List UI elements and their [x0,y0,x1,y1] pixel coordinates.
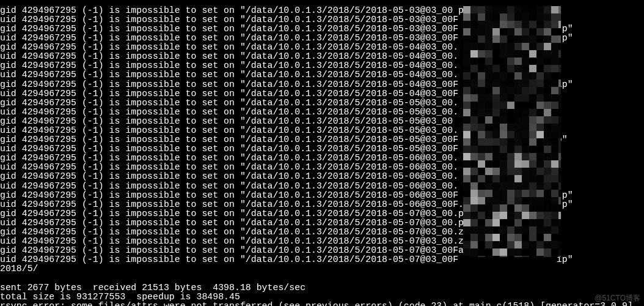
watermark-text: @51CTO博客 [595,293,640,304]
terminal-output: gid 4294967295 (-1) is impossible to set… [0,6,644,306]
